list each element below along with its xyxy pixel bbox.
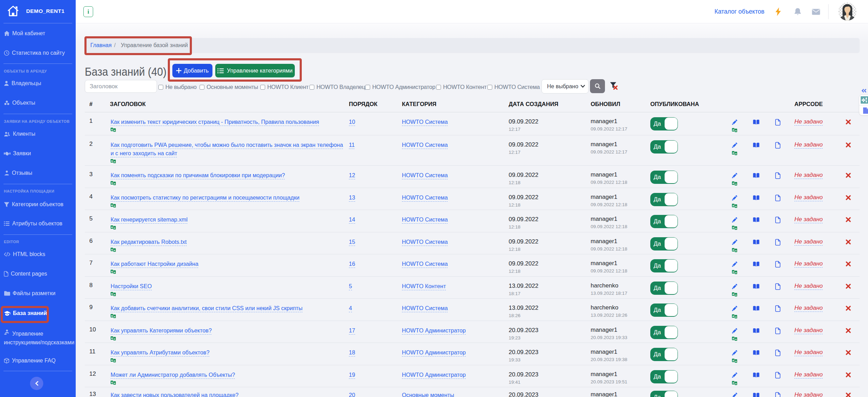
svg-text:A: A bbox=[732, 204, 734, 207]
svg-text:★: ★ bbox=[113, 382, 115, 384]
svg-text:A: A bbox=[732, 226, 734, 229]
svg-text:★: ★ bbox=[113, 293, 115, 295]
svg-text:★: ★ bbox=[735, 382, 737, 384]
svg-text:★: ★ bbox=[735, 293, 737, 296]
svg-text:★: ★ bbox=[735, 271, 737, 274]
svg-text:A: A bbox=[732, 337, 734, 340]
svg-text:A: A bbox=[111, 381, 113, 384]
svg-text:A: A bbox=[732, 151, 734, 154]
svg-text:★: ★ bbox=[735, 129, 737, 132]
svg-text:A: A bbox=[111, 314, 113, 317]
svg-text:★: ★ bbox=[735, 182, 737, 185]
svg-text:★: ★ bbox=[735, 227, 737, 229]
svg-text:★: ★ bbox=[113, 204, 115, 207]
svg-text:A: A bbox=[732, 181, 734, 185]
svg-text:A: A bbox=[111, 203, 113, 207]
svg-text:A: A bbox=[111, 248, 113, 251]
svg-text:A: A bbox=[732, 248, 734, 251]
svg-text:★: ★ bbox=[113, 359, 115, 362]
svg-text:A: A bbox=[111, 225, 113, 229]
svg-text:★: ★ bbox=[735, 315, 737, 318]
svg-text:A: A bbox=[111, 270, 113, 273]
svg-text:★: ★ bbox=[735, 360, 737, 362]
svg-text:A: A bbox=[111, 181, 113, 184]
svg-text:A: A bbox=[732, 381, 734, 384]
svg-text:A: A bbox=[732, 270, 734, 273]
svg-text:★: ★ bbox=[735, 205, 737, 207]
svg-text:★: ★ bbox=[113, 337, 115, 340]
svg-text:★: ★ bbox=[113, 315, 115, 317]
svg-text:A: A bbox=[732, 359, 734, 362]
svg-text:A: A bbox=[111, 159, 113, 162]
svg-text:★: ★ bbox=[113, 271, 115, 273]
svg-text:★: ★ bbox=[113, 182, 115, 185]
svg-text:A: A bbox=[732, 128, 734, 131]
svg-text:★: ★ bbox=[735, 152, 737, 155]
svg-text:★: ★ bbox=[113, 226, 115, 229]
svg-text:A: A bbox=[111, 336, 113, 339]
svg-text:A: A bbox=[111, 358, 113, 361]
svg-text:A: A bbox=[732, 292, 734, 295]
svg-text:★: ★ bbox=[113, 160, 115, 163]
svg-text:A: A bbox=[732, 314, 734, 317]
svg-text:A: A bbox=[111, 128, 113, 131]
svg-text:★: ★ bbox=[735, 338, 737, 340]
svg-text:★: ★ bbox=[735, 249, 737, 252]
svg-text:★: ★ bbox=[113, 249, 115, 251]
svg-text:★: ★ bbox=[113, 129, 115, 131]
svg-text:A: A bbox=[111, 292, 113, 295]
